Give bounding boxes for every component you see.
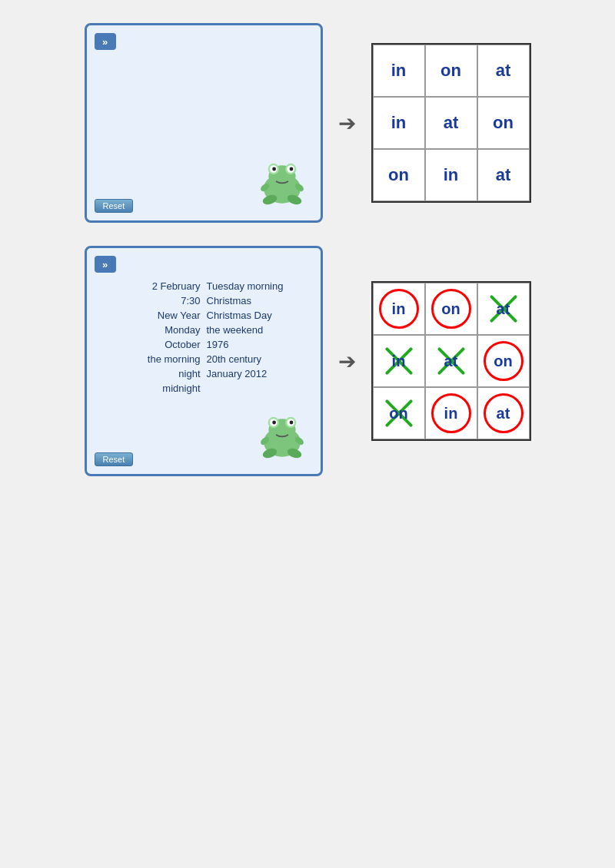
bottom-panel-footer: Reset xyxy=(95,397,313,466)
bottom-panel-icon: » xyxy=(95,256,116,273)
bottom-grid-cell-4[interactable]: at xyxy=(425,335,477,387)
bottom-grid-cell-0[interactable]: in xyxy=(373,283,425,335)
top-grid-cell-3[interactable]: in xyxy=(373,97,425,149)
bottom-reset-button[interactable]: Reset xyxy=(95,452,134,466)
top-frog xyxy=(251,144,313,213)
bottom-grid-cell-3[interactable]: in xyxy=(373,335,425,387)
top-grid[interactable]: inonatinatononinat xyxy=(371,43,531,203)
top-arrow: ➔ xyxy=(338,111,356,136)
right-col-item-2: Christmas Day xyxy=(207,310,272,321)
bottom-grid-cell-1[interactable]: on xyxy=(425,283,477,335)
right-col-item-4: 1976 xyxy=(207,339,229,350)
svg-point-7 xyxy=(289,167,293,171)
top-grid-cell-0[interactable]: in xyxy=(373,45,425,97)
bottom-grid-cell-7[interactable]: in xyxy=(425,387,477,439)
top-grid-cell-4[interactable]: at xyxy=(425,97,477,149)
top-grid-cell-5[interactable]: on xyxy=(477,97,530,149)
bottom-panel-content: 2 February7:30New YearMondayOctoberthe m… xyxy=(95,277,313,397)
top-grid-cell-6[interactable]: on xyxy=(373,149,425,201)
left-col-item-1: 7:30 xyxy=(181,295,200,306)
left-col-item-0: 2 February xyxy=(152,280,201,292)
bottom-frog xyxy=(251,397,313,466)
top-grid-cell-2[interactable]: at xyxy=(477,45,530,97)
svg-point-19 xyxy=(289,421,293,425)
top-panel-footer: Reset xyxy=(95,144,313,213)
right-col-item-5: 20th century xyxy=(207,353,262,365)
top-reset-button[interactable]: Reset xyxy=(95,199,134,213)
left-col-item-6: night xyxy=(178,368,200,379)
top-grid-cell-8[interactable]: at xyxy=(477,149,530,201)
bottom-grid-cell-5[interactable]: on xyxy=(477,335,530,387)
bottom-grid-cell-8[interactable]: at xyxy=(477,387,530,439)
right-col-item-1: Christmas xyxy=(207,295,252,306)
left-col-item-3: Monday xyxy=(165,324,200,336)
top-panel: » Reset xyxy=(85,23,323,223)
bottom-row: » 2 February7:30New YearMondayOctoberthe… xyxy=(85,246,531,476)
top-grid-cell-1[interactable]: on xyxy=(425,45,477,97)
left-col-item-4: October xyxy=(165,339,200,350)
right-col-item-6: January 2012 xyxy=(207,368,268,379)
svg-point-4 xyxy=(272,167,276,171)
bottom-grid-cell-2[interactable]: at xyxy=(477,283,530,335)
panel-header-icon: » xyxy=(95,33,116,50)
bottom-grid[interactable]: inonatinatononinat xyxy=(371,281,531,441)
left-col-item-5: the morning xyxy=(148,353,201,365)
bottom-arrow: ➔ xyxy=(338,349,356,374)
right-column: Tuesday morningChristmasChristmas Daythe… xyxy=(207,280,305,394)
right-col-item-3: the weekend xyxy=(207,324,264,336)
left-col-item-7: midnight xyxy=(162,383,200,394)
bottom-panel: » 2 February7:30New YearMondayOctoberthe… xyxy=(85,246,323,476)
right-col-item-0: Tuesday morning xyxy=(207,280,284,292)
left-col-item-2: New Year xyxy=(158,310,201,321)
top-row: » Reset xyxy=(85,23,531,223)
top-grid-cell-7[interactable]: in xyxy=(425,149,477,201)
svg-point-16 xyxy=(272,421,276,425)
left-column: 2 February7:30New YearMondayOctoberthe m… xyxy=(102,280,201,394)
bottom-grid-cell-6[interactable]: on xyxy=(373,387,425,439)
